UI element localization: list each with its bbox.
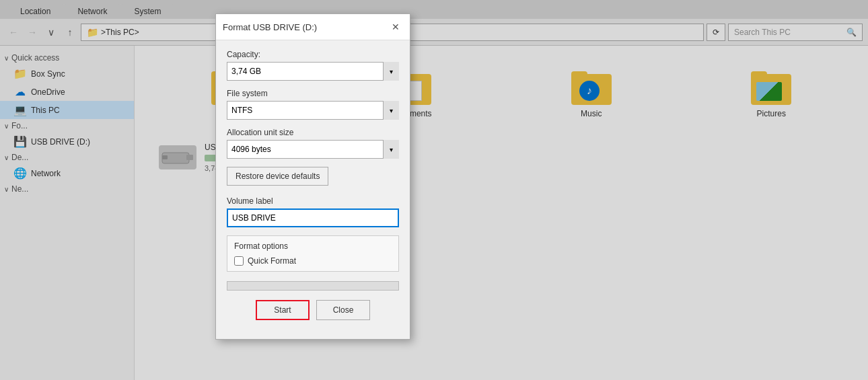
- filesystem-select[interactable]: NTFS FAT32 exFAT: [227, 101, 399, 120]
- dialog-close-button[interactable]: ✕: [388, 20, 403, 34]
- format-dialog: Format USB DRIVE (D:) ✕ Capacity: 3,74 G…: [215, 13, 410, 340]
- dialog-titlebar: Format USB DRIVE (D:) ✕: [216, 14, 410, 40]
- dialog-overlay: [0, 0, 868, 380]
- quick-format-label[interactable]: Quick Format: [248, 256, 296, 266]
- volume-label-input[interactable]: [227, 208, 399, 227]
- capacity-select-wrapper: 3,74 GB ▾: [227, 62, 399, 81]
- filesystem-label: File system: [227, 89, 399, 98]
- start-button[interactable]: Start: [256, 300, 310, 320]
- volume-label-text: Volume label: [227, 196, 399, 206]
- restore-defaults-button[interactable]: Restore device defaults: [227, 167, 328, 186]
- allocation-select-wrapper: 4096 bytes 8192 bytes 16384 bytes ▾: [227, 140, 399, 159]
- quick-format-row: Quick Format: [234, 256, 392, 266]
- format-options-title: Format options: [234, 241, 392, 251]
- dialog-footer: Start Close: [227, 300, 399, 330]
- capacity-select[interactable]: 3,74 GB: [227, 62, 399, 81]
- quick-format-checkbox[interactable]: [234, 256, 244, 266]
- format-options-section: Format options Quick Format: [227, 235, 399, 272]
- dialog-title: Format USB DRIVE (D:): [223, 22, 317, 32]
- close-button[interactable]: Close: [316, 300, 370, 320]
- dialog-body: Capacity: 3,74 GB ▾ File system NTFS FAT…: [216, 40, 410, 339]
- allocation-group: Allocation unit size 4096 bytes 8192 byt…: [227, 128, 399, 159]
- allocation-label: Allocation unit size: [227, 128, 399, 137]
- filesystem-group: File system NTFS FAT32 exFAT ▾: [227, 89, 399, 120]
- filesystem-select-wrapper: NTFS FAT32 exFAT ▾: [227, 101, 399, 120]
- format-progress-bar: [227, 281, 399, 291]
- allocation-select[interactable]: 4096 bytes 8192 bytes 16384 bytes: [227, 140, 399, 159]
- volume-label-group: Volume label: [227, 196, 399, 227]
- capacity-group: Capacity: 3,74 GB ▾: [227, 50, 399, 81]
- capacity-label: Capacity:: [227, 50, 399, 59]
